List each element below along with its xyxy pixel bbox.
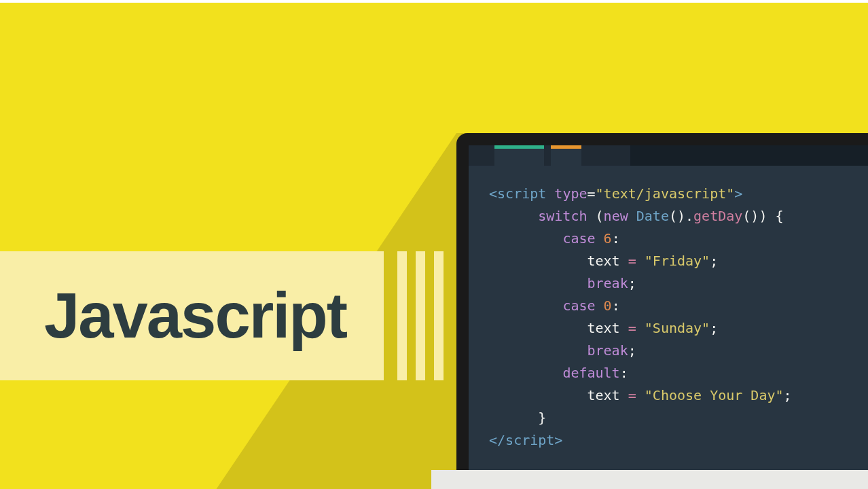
code-token: 0 bbox=[604, 297, 612, 314]
code-token: > bbox=[554, 432, 562, 448]
code-token: ; bbox=[628, 275, 636, 291]
code-token: < bbox=[489, 185, 497, 202]
code-token bbox=[620, 387, 628, 403]
code-token bbox=[636, 387, 645, 403]
title-banner: Javascript bbox=[0, 251, 384, 380]
decorative-stripe bbox=[416, 251, 425, 380]
code-token: "Friday" bbox=[645, 253, 710, 269]
code-token: type bbox=[554, 185, 587, 202]
code-token: script bbox=[497, 185, 546, 202]
code-token bbox=[620, 253, 628, 269]
code-token bbox=[636, 320, 645, 336]
code-token: 6 bbox=[604, 230, 612, 247]
code-token bbox=[620, 320, 628, 336]
code-token: new bbox=[604, 208, 628, 224]
code-token: = bbox=[628, 320, 636, 336]
laptop-screen: <script type="text/javascript"> switch (… bbox=[469, 145, 868, 473]
code-token: ( bbox=[587, 208, 604, 224]
code-token: text bbox=[587, 253, 620, 269]
code-token: ()) { bbox=[742, 208, 783, 224]
code-token: (). bbox=[669, 208, 693, 224]
code-token: ; bbox=[710, 253, 718, 269]
code-token: = bbox=[628, 253, 636, 269]
code-block: <script type="text/javascript"> switch (… bbox=[489, 183, 792, 452]
code-token: } bbox=[538, 410, 546, 426]
code-token: : bbox=[612, 230, 620, 247]
laptop: <script type="text/javascript"> switch (… bbox=[456, 133, 868, 489]
code-token: "text/javascript" bbox=[596, 185, 735, 202]
code-token: = bbox=[587, 185, 596, 202]
code-token bbox=[596, 230, 604, 247]
code-token bbox=[596, 297, 604, 314]
code-token: > bbox=[734, 185, 742, 202]
laptop-bezel: <script type="text/javascript"> switch (… bbox=[456, 133, 868, 473]
code-token: "Sunday" bbox=[645, 320, 710, 336]
decorative-stripe bbox=[397, 251, 407, 380]
top-edge bbox=[0, 0, 868, 3]
code-token: break bbox=[587, 275, 628, 291]
code-token: = bbox=[628, 387, 636, 403]
decorative-stripe bbox=[434, 251, 444, 380]
code-token: text bbox=[587, 387, 620, 403]
code-token: : bbox=[620, 365, 628, 381]
code-token: ; bbox=[628, 342, 636, 359]
code-token bbox=[636, 253, 645, 269]
code-token: ; bbox=[784, 387, 792, 403]
code-token: case bbox=[562, 230, 595, 247]
code-token: script bbox=[505, 432, 554, 448]
laptop-base bbox=[431, 470, 868, 489]
editor-tabbar bbox=[469, 145, 868, 166]
code-token: case bbox=[562, 297, 595, 314]
code-token: Date bbox=[636, 208, 669, 224]
page-title: Javascript bbox=[44, 279, 346, 352]
code-token: default bbox=[562, 365, 619, 381]
editor-tab bbox=[551, 145, 581, 166]
editor-tab bbox=[494, 145, 544, 166]
code-token bbox=[546, 185, 554, 202]
code-token: switch bbox=[538, 208, 587, 224]
code-token: : bbox=[612, 297, 620, 314]
code-token bbox=[628, 208, 636, 224]
code-token: ; bbox=[710, 320, 718, 336]
code-token: "Choose Your Day" bbox=[645, 387, 784, 403]
code-token: </ bbox=[489, 432, 505, 448]
code-token: break bbox=[587, 342, 628, 359]
code-token: getDay bbox=[693, 208, 742, 224]
code-token: text bbox=[587, 320, 620, 336]
editor-tab bbox=[630, 145, 868, 166]
